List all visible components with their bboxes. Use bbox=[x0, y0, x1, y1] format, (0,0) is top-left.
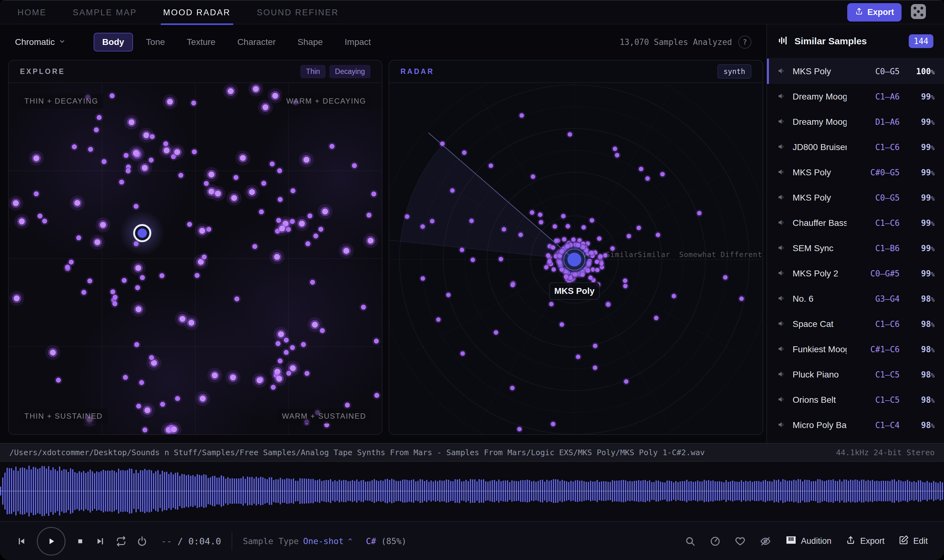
sample-dot[interactable] bbox=[111, 293, 119, 302]
stop-button[interactable] bbox=[76, 537, 85, 546]
volume-icon[interactable] bbox=[777, 395, 787, 405]
sample-dot[interactable] bbox=[609, 245, 616, 252]
sample-dot[interactable] bbox=[159, 400, 167, 408]
similar-sample-row[interactable]: MKS Poly C0–G5 99% bbox=[767, 185, 944, 210]
tab-tone[interactable]: Tone bbox=[137, 33, 174, 51]
sample-dot[interactable] bbox=[40, 217, 49, 225]
sample-dot[interactable] bbox=[318, 204, 332, 219]
sample-dot[interactable] bbox=[445, 291, 452, 298]
sample-dot[interactable] bbox=[141, 426, 149, 434]
sample-dot[interactable] bbox=[162, 140, 170, 148]
sample-dot[interactable] bbox=[248, 83, 264, 96]
sample-dot[interactable] bbox=[185, 220, 194, 228]
sample-dot[interactable] bbox=[359, 303, 367, 311]
sample-dot[interactable] bbox=[299, 340, 307, 348]
sample-dot[interactable] bbox=[138, 274, 147, 282]
scale-mode-dropdown[interactable]: Chromatic bbox=[15, 37, 66, 47]
sample-dot[interactable] bbox=[487, 162, 495, 169]
sample-dot[interactable] bbox=[200, 253, 208, 261]
explore-scatter-svg[interactable] bbox=[9, 83, 382, 434]
sample-dot[interactable] bbox=[492, 329, 500, 336]
sample-dot[interactable] bbox=[235, 150, 250, 165]
sample-dot[interactable] bbox=[537, 211, 544, 218]
sample-dot[interactable] bbox=[653, 314, 660, 322]
sample-dot[interactable] bbox=[597, 253, 604, 260]
sample-dot[interactable] bbox=[439, 140, 446, 147]
sample-dot[interactable] bbox=[605, 301, 612, 308]
sample-dot[interactable] bbox=[654, 231, 662, 238]
volume-icon[interactable] bbox=[777, 420, 787, 431]
sample-dot[interactable] bbox=[260, 179, 268, 188]
sample-dot[interactable] bbox=[339, 243, 354, 258]
skip-back-button[interactable] bbox=[16, 536, 27, 546]
nav-sound-refiner[interactable]: SOUND REFINER bbox=[257, 1, 339, 24]
sample-dot[interactable] bbox=[306, 212, 314, 220]
sample-dot[interactable] bbox=[269, 249, 284, 265]
nav-mood-radar[interactable]: MOOD RADAR bbox=[163, 1, 231, 24]
similar-sample-row[interactable]: MKS Poly C0–G5 100% bbox=[767, 58, 944, 84]
sample-dot[interactable] bbox=[419, 223, 426, 230]
waveform-svg[interactable] bbox=[0, 462, 944, 520]
sample-dot[interactable] bbox=[404, 213, 411, 220]
export-button[interactable]: Export bbox=[847, 3, 902, 22]
sample-dot[interactable] bbox=[738, 295, 745, 302]
sample-dot[interactable] bbox=[120, 276, 128, 285]
similar-samples-list[interactable]: MKS Poly C0–G5 100% Dreamy Moog Saw C1–A… bbox=[767, 58, 944, 443]
volume-icon[interactable] bbox=[777, 268, 787, 279]
nav-sample-map[interactable]: SAMPLE MAP bbox=[73, 1, 137, 24]
sample-dot[interactable] bbox=[70, 195, 85, 210]
sample-dot[interactable] bbox=[86, 145, 94, 154]
sample-dot[interactable] bbox=[343, 401, 352, 409]
sample-dot[interactable] bbox=[469, 256, 477, 263]
sample-dot[interactable] bbox=[70, 143, 79, 151]
sample-dot[interactable] bbox=[45, 345, 60, 360]
sample-dot[interactable] bbox=[9, 291, 24, 306]
waveform-panel[interactable] bbox=[0, 462, 944, 520]
volume-icon[interactable] bbox=[777, 243, 787, 254]
sample-dot[interactable] bbox=[299, 152, 314, 167]
sample-dot[interactable] bbox=[195, 223, 210, 238]
sample-dot[interactable] bbox=[276, 357, 284, 365]
chip-decaying[interactable]: Decaying bbox=[329, 65, 370, 78]
sample-dot[interactable] bbox=[124, 167, 132, 175]
volume-icon[interactable] bbox=[777, 369, 787, 380]
sample-dot[interactable] bbox=[459, 350, 466, 357]
similar-sample-row[interactable]: JD800 Bruiser Tines C1–C6 99% bbox=[767, 134, 944, 160]
search-button[interactable] bbox=[685, 536, 696, 546]
skip-forward-button[interactable] bbox=[95, 536, 105, 546]
hide-button[interactable] bbox=[760, 536, 771, 547]
sample-dot[interactable] bbox=[372, 337, 381, 345]
volume-icon[interactable] bbox=[777, 142, 787, 152]
sample-dot[interactable] bbox=[268, 160, 276, 168]
sample-dot[interactable] bbox=[550, 266, 557, 273]
volume-icon[interactable] bbox=[777, 344, 787, 355]
sample-dot[interactable] bbox=[95, 114, 103, 122]
sample-dot[interactable] bbox=[595, 235, 603, 242]
power-button[interactable] bbox=[137, 536, 147, 546]
sample-dot[interactable] bbox=[588, 217, 595, 224]
sample-dot[interactable] bbox=[363, 233, 378, 248]
sample-dot[interactable] bbox=[516, 426, 523, 433]
sample-dot[interactable] bbox=[587, 274, 594, 281]
similar-sample-row[interactable]: Space Cat C1–C6 98% bbox=[767, 311, 944, 337]
similar-sample-row[interactable]: No. 6 G3–G4 98% bbox=[767, 286, 944, 311]
similar-sample-row[interactable]: Micro Poly Bass Delay C1–C4 98% bbox=[767, 412, 944, 438]
sample-dot[interactable] bbox=[538, 219, 545, 226]
sample-dot[interactable] bbox=[419, 275, 426, 282]
sample-dot[interactable] bbox=[244, 185, 259, 200]
sample-dot[interactable] bbox=[29, 151, 44, 166]
sample-dot[interactable] bbox=[275, 221, 290, 236]
sample-dot[interactable] bbox=[14, 214, 29, 229]
similar-sample-row[interactable]: Chauffer Bass 2 C1–C6 99% bbox=[767, 210, 944, 235]
volume-icon[interactable] bbox=[777, 319, 787, 329]
sample-type-dropdown[interactable]: Sample Type One-shot ^ bbox=[243, 536, 352, 546]
sample-dot[interactable] bbox=[509, 282, 516, 289]
export-bottom-button[interactable]: Export bbox=[846, 535, 884, 547]
sample-dot[interactable] bbox=[184, 315, 199, 330]
sample-dot[interactable] bbox=[204, 167, 219, 182]
sample-dot[interactable] bbox=[128, 145, 143, 160]
sample-dot[interactable] bbox=[551, 223, 558, 230]
sample-dot[interactable] bbox=[365, 211, 373, 219]
sample-dot[interactable] bbox=[195, 391, 210, 406]
sample-dot[interactable] bbox=[518, 112, 525, 119]
